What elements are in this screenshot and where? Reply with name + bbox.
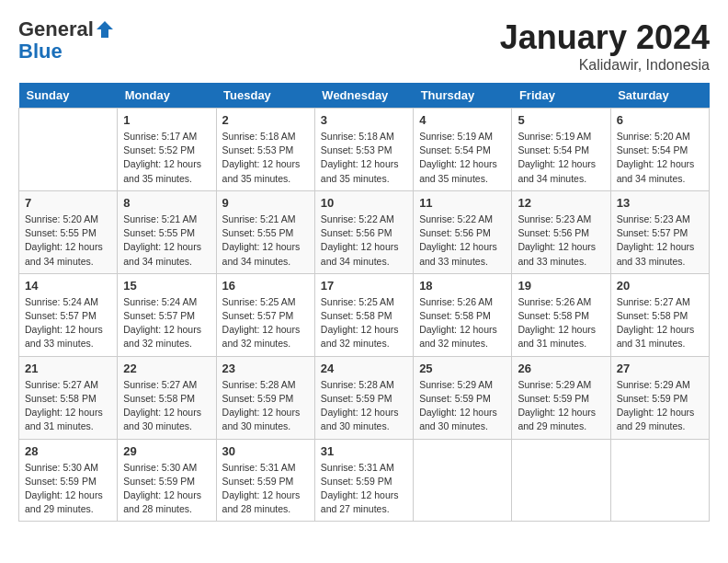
calendar-cell: 29Sunrise: 5:30 AM Sunset: 5:59 PM Dayli…: [118, 439, 216, 522]
day-number: 18: [419, 279, 506, 293]
calendar-cell: 28Sunrise: 5:30 AM Sunset: 5:59 PM Dayli…: [19, 439, 118, 522]
calendar-week-row: 1Sunrise: 5:17 AM Sunset: 5:52 PM Daylig…: [19, 109, 710, 191]
day-number: 19: [518, 279, 604, 293]
day-info: Sunrise: 5:17 AM Sunset: 5:52 PM Dayligh…: [123, 130, 210, 186]
day-info: Sunrise: 5:23 AM Sunset: 5:57 PM Dayligh…: [617, 213, 703, 269]
calendar-cell: 25Sunrise: 5:29 AM Sunset: 5:59 PM Dayli…: [414, 356, 512, 439]
header-monday: Monday: [118, 83, 216, 109]
calendar-cell: 10Sunrise: 5:22 AM Sunset: 5:56 PM Dayli…: [314, 190, 413, 273]
location: Kalidawir, Indonesia: [500, 57, 710, 74]
calendar-cell: 27Sunrise: 5:29 AM Sunset: 5:59 PM Dayli…: [610, 356, 709, 439]
day-number: 14: [25, 279, 111, 293]
day-info: Sunrise: 5:27 AM Sunset: 5:58 PM Dayligh…: [25, 378, 111, 434]
day-info: Sunrise: 5:29 AM Sunset: 5:59 PM Dayligh…: [419, 378, 506, 434]
day-info: Sunrise: 5:23 AM Sunset: 5:56 PM Dayligh…: [518, 213, 604, 269]
day-info: Sunrise: 5:28 AM Sunset: 5:59 PM Dayligh…: [222, 378, 309, 434]
day-number: 29: [123, 444, 210, 458]
header-sunday: Sunday: [19, 83, 118, 109]
logo: General Blue: [18, 18, 114, 63]
day-info: Sunrise: 5:21 AM Sunset: 5:55 PM Dayligh…: [222, 213, 309, 269]
calendar-cell: 16Sunrise: 5:25 AM Sunset: 5:57 PM Dayli…: [216, 273, 314, 356]
page-header: General Blue January 2024 Kalidawir, Ind…: [18, 18, 710, 74]
day-info: Sunrise: 5:20 AM Sunset: 5:54 PM Dayligh…: [617, 130, 703, 186]
day-info: Sunrise: 5:31 AM Sunset: 5:59 PM Dayligh…: [222, 461, 309, 517]
day-number: 28: [25, 444, 111, 458]
calendar-cell: 24Sunrise: 5:28 AM Sunset: 5:59 PM Dayli…: [314, 356, 413, 439]
day-number: 11: [419, 196, 506, 210]
day-info: Sunrise: 5:21 AM Sunset: 5:55 PM Dayligh…: [123, 213, 210, 269]
day-number: 1: [123, 113, 210, 127]
day-number: 23: [222, 362, 309, 375]
day-info: Sunrise: 5:19 AM Sunset: 5:54 PM Dayligh…: [419, 130, 506, 186]
day-info: Sunrise: 5:20 AM Sunset: 5:55 PM Dayligh…: [25, 213, 111, 269]
calendar-cell: 26Sunrise: 5:29 AM Sunset: 5:59 PM Dayli…: [512, 356, 610, 439]
logo-blue-text: Blue: [18, 40, 63, 63]
day-info: Sunrise: 5:30 AM Sunset: 5:59 PM Dayligh…: [25, 461, 111, 517]
calendar-cell: 15Sunrise: 5:24 AM Sunset: 5:57 PM Dayli…: [118, 273, 216, 356]
calendar-cell: 5Sunrise: 5:19 AM Sunset: 5:54 PM Daylig…: [512, 109, 610, 191]
day-number: 25: [419, 362, 506, 375]
calendar-cell: 9Sunrise: 5:21 AM Sunset: 5:55 PM Daylig…: [216, 190, 314, 273]
calendar-cell: [19, 109, 118, 191]
day-number: 6: [617, 113, 703, 127]
calendar-week-row: 28Sunrise: 5:30 AM Sunset: 5:59 PM Dayli…: [19, 439, 710, 522]
calendar-cell: 23Sunrise: 5:28 AM Sunset: 5:59 PM Dayli…: [216, 356, 314, 439]
day-number: 2: [222, 113, 309, 127]
calendar-cell: 30Sunrise: 5:31 AM Sunset: 5:59 PM Dayli…: [216, 439, 314, 522]
day-number: 22: [123, 362, 210, 375]
day-number: 21: [25, 362, 111, 375]
day-number: 13: [617, 196, 703, 210]
day-info: Sunrise: 5:25 AM Sunset: 5:57 PM Dayligh…: [222, 295, 309, 351]
logo-icon: [96, 20, 114, 39]
header-friday: Friday: [512, 83, 610, 109]
day-info: Sunrise: 5:18 AM Sunset: 5:53 PM Dayligh…: [321, 130, 407, 186]
day-info: Sunrise: 5:26 AM Sunset: 5:58 PM Dayligh…: [419, 295, 506, 351]
day-number: 7: [25, 196, 111, 210]
calendar-cell: 18Sunrise: 5:26 AM Sunset: 5:58 PM Dayli…: [414, 273, 512, 356]
day-info: Sunrise: 5:28 AM Sunset: 5:59 PM Dayligh…: [321, 378, 407, 434]
calendar-cell: 13Sunrise: 5:23 AM Sunset: 5:57 PM Dayli…: [610, 190, 709, 273]
header-wednesday: Wednesday: [314, 83, 413, 109]
day-info: Sunrise: 5:19 AM Sunset: 5:54 PM Dayligh…: [518, 130, 604, 186]
day-info: Sunrise: 5:25 AM Sunset: 5:58 PM Dayligh…: [321, 295, 407, 351]
day-number: 31: [321, 444, 407, 458]
month-year: January 2024: [500, 18, 710, 57]
calendar-cell: [414, 439, 512, 522]
day-info: Sunrise: 5:31 AM Sunset: 5:59 PM Dayligh…: [321, 461, 407, 517]
day-number: 5: [518, 113, 604, 127]
day-info: Sunrise: 5:29 AM Sunset: 5:59 PM Dayligh…: [518, 378, 604, 434]
day-info: Sunrise: 5:22 AM Sunset: 5:56 PM Dayligh…: [419, 213, 506, 269]
day-number: 20: [617, 279, 703, 293]
day-info: Sunrise: 5:26 AM Sunset: 5:58 PM Dayligh…: [518, 295, 604, 351]
day-number: 3: [321, 113, 407, 127]
day-info: Sunrise: 5:30 AM Sunset: 5:59 PM Dayligh…: [123, 461, 210, 517]
day-info: Sunrise: 5:18 AM Sunset: 5:53 PM Dayligh…: [222, 130, 309, 186]
svg-marker-0: [97, 21, 113, 38]
calendar-cell: 2Sunrise: 5:18 AM Sunset: 5:53 PM Daylig…: [216, 109, 314, 191]
header-thursday: Thursday: [414, 83, 512, 109]
title-block: January 2024 Kalidawir, Indonesia: [500, 18, 710, 74]
day-number: 4: [419, 113, 506, 127]
calendar-table: SundayMondayTuesdayWednesdayThursdayFrid…: [18, 83, 710, 522]
calendar-cell: 21Sunrise: 5:27 AM Sunset: 5:58 PM Dayli…: [19, 356, 118, 439]
calendar-cell: 8Sunrise: 5:21 AM Sunset: 5:55 PM Daylig…: [118, 190, 216, 273]
day-info: Sunrise: 5:22 AM Sunset: 5:56 PM Dayligh…: [321, 213, 407, 269]
calendar-header-row: SundayMondayTuesdayWednesdayThursdayFrid…: [19, 83, 710, 109]
day-number: 12: [518, 196, 604, 210]
calendar-cell: 6Sunrise: 5:20 AM Sunset: 5:54 PM Daylig…: [610, 109, 709, 191]
day-info: Sunrise: 5:27 AM Sunset: 5:58 PM Dayligh…: [123, 378, 210, 434]
calendar-cell: 17Sunrise: 5:25 AM Sunset: 5:58 PM Dayli…: [314, 273, 413, 356]
day-info: Sunrise: 5:29 AM Sunset: 5:59 PM Dayligh…: [617, 378, 703, 434]
day-info: Sunrise: 5:27 AM Sunset: 5:58 PM Dayligh…: [617, 295, 703, 351]
day-number: 16: [222, 279, 309, 293]
day-number: 24: [321, 362, 407, 375]
day-number: 9: [222, 196, 309, 210]
header-tuesday: Tuesday: [216, 83, 314, 109]
calendar-cell: [512, 439, 610, 522]
calendar-cell: 20Sunrise: 5:27 AM Sunset: 5:58 PM Dayli…: [610, 273, 709, 356]
day-number: 15: [123, 279, 210, 293]
day-number: 8: [123, 196, 210, 210]
day-number: 10: [321, 196, 407, 210]
calendar-cell: 3Sunrise: 5:18 AM Sunset: 5:53 PM Daylig…: [314, 109, 413, 191]
day-number: 30: [222, 444, 309, 458]
